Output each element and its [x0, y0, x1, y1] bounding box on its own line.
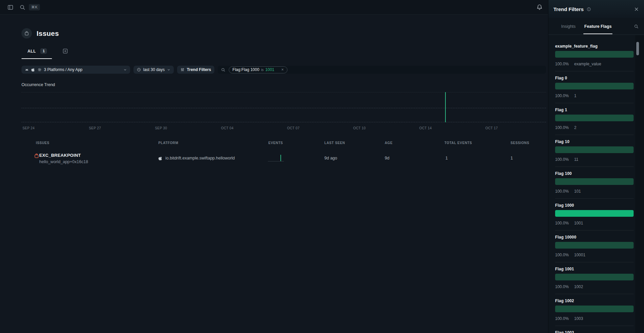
tab-all[interactable]: ALL 1 [21, 48, 53, 58]
chip-remove-icon[interactable]: × [281, 68, 284, 72]
gridline-bottom [21, 122, 546, 122]
info-icon[interactable] [587, 7, 591, 11]
flag-divider [555, 103, 634, 103]
flag-value: 1001 [574, 221, 583, 226]
flag-meta: 100.0% 2 [555, 125, 634, 130]
flag-name: Flag 10 [555, 139, 634, 144]
filter-row: 3 Platforms / Any App last 30 days Trend… [21, 66, 546, 74]
scrollbar-track[interactable] [635, 35, 644, 333]
chevron-down-icon [167, 68, 170, 71]
trend-filters-button[interactable]: Trend Filters [177, 66, 214, 74]
tab-insights[interactable]: Insights [561, 19, 576, 34]
app-root: ⌘K Issues ALL 1 [0, 0, 644, 333]
column-header-issues: ISSUES [36, 141, 49, 145]
flag-name: Flag 100 [555, 171, 634, 176]
flag-item[interactable]: Flag 1000 100.0% 1001 [555, 203, 634, 230]
panel-search-icon[interactable] [634, 24, 639, 29]
search-icon[interactable] [19, 4, 25, 10]
flag-meta: 100.0% 101 [555, 189, 634, 194]
x-axis-label: OCT 10 [353, 126, 366, 130]
panel-header: Trend Filters [548, 0, 644, 18]
flag-value: example_value [574, 62, 601, 67]
flag-item[interactable]: Flag 1003 [555, 330, 634, 333]
main-content: Issues ALL 1 3 Platforms / Any App [0, 15, 548, 333]
apple-icon [158, 156, 163, 160]
bug-icon [24, 31, 29, 36]
column-header-events: EVENTS [268, 141, 283, 145]
bell-icon[interactable] [536, 4, 543, 10]
x-axis-label: SEP 30 [155, 126, 167, 130]
x-axis-label: OCT 07 [287, 126, 300, 130]
tab-feature-flags[interactable]: Feature Flags [584, 19, 611, 34]
issue-search-input[interactable]: Flag:Flag 1000 is 1001 × [218, 66, 546, 74]
panel-toggle-icon[interactable] [7, 4, 13, 10]
gear-icon [38, 68, 42, 72]
total-events-cell: 1 [445, 156, 448, 160]
flag-bar [555, 146, 634, 153]
flag-divider [555, 326, 634, 326]
column-header-total-events: TOTAL EVENTS [444, 141, 472, 145]
flag-meta: 100.0% 11 [555, 157, 634, 162]
flag-percent: 100.0% [555, 189, 569, 194]
tab-count-badge: 1 [40, 48, 47, 54]
column-header-platform: PLATFORM [158, 141, 178, 145]
active-tab-underline [21, 58, 52, 59]
flag-item[interactable]: Flag 10 100.0% 11 [555, 139, 634, 167]
trend-filters-label: Trend Filters [187, 67, 211, 72]
flag-value: 2 [574, 125, 577, 130]
issue-title: EXC_BREAKPOINT [39, 153, 81, 158]
flag-item[interactable]: Flag 1 100.0% 2 [555, 108, 634, 135]
events-sparkline [268, 155, 284, 161]
flag-item[interactable]: Flag 0 100.0% 1 [555, 76, 634, 103]
scrollbar-thumb[interactable] [636, 42, 639, 55]
flag-value: 11 [574, 157, 578, 162]
flag-item[interactable]: Flag 10000 100.0% 10001 [555, 235, 634, 262]
trend-filters-panel: Trend Filters Insights Feature Flags exa… [548, 0, 644, 333]
date-range-filter[interactable]: last 30 days [133, 66, 174, 74]
flag-bar [555, 83, 634, 89]
filter-chip[interactable]: Flag:Flag 1000 is 1001 × [229, 66, 287, 73]
flag-meta: 100.0% 10001 [555, 253, 634, 258]
add-view-button[interactable] [62, 48, 68, 54]
clock-icon [137, 68, 141, 72]
flag-item[interactable]: Flag 100 100.0% 101 [555, 171, 634, 199]
flag-item[interactable]: Flag 1001 100.0% 1002 [555, 267, 634, 294]
platform-filter[interactable]: 3 Platforms / Any App [21, 66, 130, 74]
column-header-last-seen: LAST SEEN [324, 141, 345, 145]
flag-item[interactable]: example_feature_flag 100.0% example_valu… [555, 44, 634, 71]
flag-bar [555, 306, 634, 312]
flag-percent: 100.0% [555, 157, 569, 162]
flag-name: example_feature_flag [555, 44, 634, 49]
flag-divider [555, 294, 634, 294]
flag-name: Flag 1000 [555, 203, 634, 208]
command-k-shortcut: ⌘K [29, 4, 40, 10]
flag-name: Flag 1001 [555, 267, 634, 272]
flag-item[interactable]: Flag 1002 100.0% 1003 [555, 298, 634, 326]
bug-icon [34, 153, 39, 158]
page-header: Issues [21, 28, 59, 39]
topbar: ⌘K [0, 0, 548, 15]
gridline-top [21, 92, 546, 92]
flag-percent: 100.0% [555, 253, 569, 258]
flag-name: Flag 1003 [555, 330, 634, 333]
issue-row[interactable]: EXC_BREAKPOINT hello_world_app+0x16c18 i… [0, 150, 548, 171]
chevron-down-icon [123, 68, 127, 71]
flag-percent: 100.0% [555, 62, 569, 67]
platform-bundle-id: io.bitdrift.example.swiftapp.helloworld [165, 156, 235, 160]
flag-percent: 100.0% [555, 221, 569, 226]
x-axis-label: OCT 14 [419, 126, 432, 130]
issue-subtitle: hello_world_app+0x16c18 [39, 159, 88, 164]
flag-divider [555, 230, 634, 230]
occurrence-trend-chart: SEP 24 SEP 27 SEP 30 OCT 04 OCT 07 OCT 1… [21, 89, 546, 132]
flag-divider [555, 71, 634, 71]
flag-bar [555, 178, 634, 185]
flag-meta: 100.0% example_value [555, 62, 634, 67]
apple-icon [31, 68, 35, 72]
x-axis-label: OCT 17 [485, 126, 498, 130]
gridline-middle [21, 108, 546, 108]
flag-value: 1003 [574, 316, 583, 321]
page-title: Issues [37, 29, 59, 38]
flag-divider [555, 135, 634, 135]
close-icon[interactable] [634, 7, 639, 12]
flag-percent: 100.0% [555, 316, 569, 321]
